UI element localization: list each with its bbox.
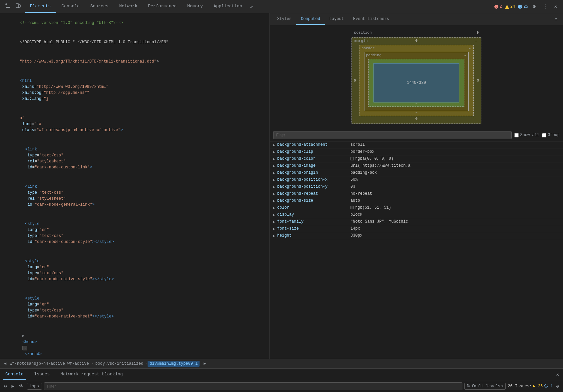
info-badge[interactable]: 🛈 25 [518,4,528,9]
tab-application[interactable]: Application [208,0,248,13]
tab-event-listeners[interactable]: Event Listeners [348,13,394,25]
console-level-dropdown[interactable]: Default levels ▾ [464,383,506,390]
breadcrumb-item-0[interactable]: wf-notosansjp-n4-active.wf-active [8,361,91,367]
css-expand-arrow[interactable]: ▶ [273,178,275,182]
tab-console[interactable]: Console [56,0,85,13]
color-swatch[interactable] [350,157,354,160]
css-property-row[interactable]: ▶background-sizeauto [270,197,563,204]
margin-box: border – padding – 1440×330 [359,45,474,116]
css-property-row[interactable]: ▶background-position-x50% [270,176,563,183]
css-property-row[interactable]: ▶background-imageurl( https://www.titech… [270,162,563,169]
console-issues-count: 26 Issues: ▶ 25 🛈 1 [508,384,553,389]
console-tab-console[interactable]: Console [3,369,26,380]
breadcrumb-bar: ◀ wf-notosansjp-n4-active.wf-active › bo… [0,359,563,368]
tab-network[interactable]: Network [114,0,143,13]
css-expand-arrow[interactable]: ▶ [273,234,275,238]
css-expand-arrow[interactable]: ▶ [273,227,275,231]
console-top-dropdown[interactable]: top ▾ [27,383,42,390]
toolbar-icons [1,2,25,11]
group-checkbox[interactable] [542,133,546,137]
css-property-row[interactable]: ▶background-colorrgba(0, 0, 0, 0) [270,155,563,162]
console-settings-icon[interactable]: ⚙ [555,382,560,390]
css-property-row[interactable]: ▶font-family"Noto Sans JP", YuGothic, [270,218,563,225]
svg-text:!: ! [506,5,508,9]
console-tab-network-blocking[interactable]: Network request blocking [58,369,125,380]
console-eye-icon[interactable]: 👁 [18,382,25,390]
box-model: position 0 margin – 0 0 0 border – [351,31,481,124]
margin-dash: – [475,39,477,43]
show-all-checkbox[interactable] [514,133,519,137]
css-property-row[interactable]: ▶displayblock [270,211,563,218]
tab-sources[interactable]: Sources [85,0,114,13]
close-devtools-button[interactable]: ✕ [552,2,559,11]
tab-performance[interactable]: Performance [143,0,182,13]
breadcrumb-item-1[interactable]: body.vsc-initialized [93,361,145,367]
css-property-row[interactable]: ▶colorrgb(51, 51, 51) [270,204,563,211]
device-toggle-icon[interactable] [14,2,22,11]
warning-badge[interactable]: ! 24 [505,4,515,9]
css-property-row[interactable]: ▶background-clipborder-box [270,148,563,155]
css-prop-name: background-attachment [277,142,350,147]
css-property-row[interactable]: ▶font-size14px [270,225,563,232]
error-badges: ✕ 2 ! 24 🛈 25 ⚙ ⋮ ✕ [491,2,562,11]
css-expand-arrow[interactable]: ▶ [273,192,275,196]
css-prop-name: color [277,205,350,210]
css-expand-arrow[interactable]: ▶ [273,185,275,189]
error-badge[interactable]: ✕ 2 [494,4,502,9]
css-property-row[interactable]: ▶height330px [270,232,563,239]
padding-box: 1440×330 – [368,59,464,107]
console-filter-input[interactable] [44,382,463,390]
tabs-more-button[interactable]: » [248,3,256,11]
css-property-row[interactable]: ▶background-repeatno-repeat [270,190,563,197]
svg-rect-3 [6,7,10,8]
tab-computed[interactable]: Computed [296,13,325,25]
tab-styles[interactable]: Styles [273,13,296,25]
group-label: Group [542,133,560,137]
css-prop-value: 50% [350,177,560,182]
svg-rect-0 [6,4,7,5]
css-prop-name: background-image [277,163,350,168]
breadcrumb-forward-icon[interactable]: ▶ [202,360,207,367]
console-clear-icon[interactable]: ⊘ [3,382,8,390]
css-expand-arrow[interactable]: ▶ [273,199,275,203]
css-expand-arrow[interactable]: ▶ [273,206,275,210]
settings-icon[interactable]: ⚙ [531,2,538,11]
filter-input[interactable] [273,131,512,139]
console-run-icon[interactable]: ▶ [10,382,15,390]
css-property-row[interactable]: ▶background-attachmentscroll [270,141,563,148]
position-box: margin – 0 0 0 border – padding [351,37,481,124]
css-expand-arrow[interactable]: ▶ [273,143,275,147]
tab-memory[interactable]: Memory [182,0,208,13]
css-prop-name: height [277,233,350,238]
console-close-button[interactable]: ✕ [555,370,560,379]
bm-right-outer: 0 [477,79,479,83]
margin-label: margin [354,39,368,43]
css-expand-arrow[interactable]: ▶ [273,213,275,217]
tab-layout[interactable]: Layout [325,13,348,25]
css-expand-arrow[interactable]: ▶ [273,164,275,168]
breadcrumb-item-2[interactable]: div#mainImg.type09_l [148,361,200,367]
html-panel: <!--?xml version="1.0" encoding="UTF-8"?… [0,13,270,359]
main-tabs: Elements Console Sources Network Perform… [25,0,491,13]
css-prop-name: background-size [277,198,350,203]
html-line-head[interactable]: ▶ <head> … </head> [0,326,270,359]
css-expand-arrow[interactable]: ▶ [273,150,275,154]
html-line-5: a" lang="ja" class="wf-notosansjp-n4-act… [0,108,270,140]
css-property-row[interactable]: ▶background-originpadding-box [270,169,563,176]
css-property-row[interactable]: ▶background-position-y0% [270,183,563,190]
more-options-icon[interactable]: ⋮ [541,2,550,11]
html-line-9: <style lang="en" type="text/css" id="dar… [0,252,270,289]
css-expand-arrow[interactable]: ▶ [273,171,275,175]
css-prop-value: "Noto Sans JP", YuGothic, [350,219,560,224]
color-swatch[interactable] [350,206,354,209]
right-tabs-more-icon[interactable]: » [552,15,560,23]
css-expand-arrow[interactable]: ▶ [273,220,275,224]
css-expand-arrow[interactable]: ▶ [273,157,275,161]
console-tab-issues[interactable]: Issues [32,369,53,380]
breadcrumb-back-icon[interactable]: ◀ [3,360,8,367]
tab-elements[interactable]: Elements [25,0,56,13]
css-prop-value: no-repeat [350,191,560,196]
select-element-icon[interactable] [4,2,12,11]
border-box: padding – 1440×330 – [364,52,469,111]
right-tab-bar: Styles Computed Layout Event Listeners » [270,13,563,25]
